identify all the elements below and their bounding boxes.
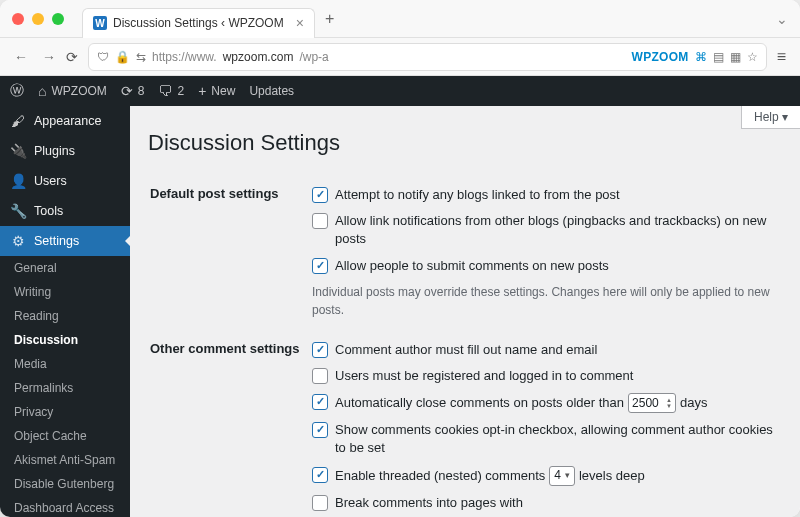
- browser-tab[interactable]: W Discussion Settings ‹ WPZOOM ×: [82, 8, 315, 38]
- spinner-icon[interactable]: ▲▼: [666, 397, 672, 409]
- window-controls: [12, 13, 64, 25]
- page-content: ⓦ ⌂WPZOOM ⟳8 🗨2 +New Updates 🖌Appearance…: [0, 76, 800, 517]
- brush-icon: 🖌: [10, 113, 26, 129]
- checkbox-notify-linked[interactable]: [312, 187, 328, 203]
- sidebar-item-appearance[interactable]: 🖌Appearance: [0, 106, 130, 136]
- sidebar-item-plugins[interactable]: 🔌Plugins: [0, 136, 130, 166]
- input-value: 2500: [632, 395, 659, 412]
- submenu-privacy[interactable]: Privacy: [0, 400, 130, 424]
- titlebar: W Discussion Settings ‹ WPZOOM × + ⌄: [0, 0, 800, 38]
- submenu-dashboard-access[interactable]: Dashboard Access: [0, 496, 130, 517]
- minimize-window-button[interactable]: [32, 13, 44, 25]
- comments-indicator[interactable]: 🗨2: [158, 83, 184, 99]
- permissions-icon: ⇆: [136, 50, 146, 64]
- refresh-icon: ⟳: [121, 83, 133, 99]
- option-label-suffix: levels deep: [579, 467, 645, 482]
- checkbox-author-name-email[interactable]: [312, 342, 328, 358]
- comments-count: 2: [177, 84, 184, 98]
- close-tab-icon[interactable]: ×: [296, 15, 304, 31]
- wrench-icon: 🔧: [10, 203, 26, 219]
- updates-indicator[interactable]: ⟳8: [121, 83, 145, 99]
- option-label: Break comments into pages with: [335, 494, 523, 512]
- browser-toolbar: ← → ⟳ 🛡 🔒 ⇆ https://www.wpzoom.com/wp-a …: [0, 38, 800, 76]
- sidebar-label: Appearance: [34, 114, 101, 128]
- sidebar-item-users[interactable]: 👤Users: [0, 166, 130, 196]
- submenu-disable-gutenberg[interactable]: Disable Gutenberg: [0, 472, 130, 496]
- submenu-permalinks[interactable]: Permalinks: [0, 376, 130, 400]
- close-days-input[interactable]: 2500▲▼: [628, 393, 676, 413]
- back-button[interactable]: ←: [14, 49, 28, 65]
- new-tab-button[interactable]: +: [325, 10, 334, 28]
- option-label: Allow link notifications from other blog…: [335, 212, 780, 248]
- reader-icon[interactable]: ▤: [713, 50, 724, 64]
- option-label: Automatically close comments on posts ol…: [335, 395, 624, 410]
- submenu-discussion[interactable]: Discussion: [0, 328, 130, 352]
- wp-admin-bar: ⓦ ⌂WPZOOM ⟳8 🗨2 +New Updates: [0, 76, 800, 106]
- submenu-akismet[interactable]: Akismet Anti-Spam: [0, 448, 130, 472]
- url-prefix: https://www.: [152, 50, 217, 64]
- checkbox-allow-comments[interactable]: [312, 258, 328, 274]
- checkbox-auto-close[interactable]: [312, 394, 328, 410]
- checkbox-allow-pingbacks[interactable]: [312, 213, 328, 229]
- option-label: Show comments cookies opt-in checkbox, a…: [335, 421, 780, 457]
- maximize-window-button[interactable]: [52, 13, 64, 25]
- checkbox-threaded[interactable]: [312, 467, 328, 483]
- checkbox-paginate[interactable]: [312, 495, 328, 511]
- thread-depth-select[interactable]: 4▾: [549, 466, 575, 486]
- settings-panel: Help ▾ Discussion Settings Default post …: [130, 106, 800, 517]
- forward-button[interactable]: →: [42, 49, 56, 65]
- site-link[interactable]: ⌂WPZOOM: [38, 83, 107, 99]
- sidebar-label: Tools: [34, 204, 63, 218]
- sidebar-label: Users: [34, 174, 67, 188]
- help-tab[interactable]: Help ▾: [741, 106, 800, 129]
- submenu-general[interactable]: General: [0, 256, 130, 280]
- submenu-writing[interactable]: Writing: [0, 280, 130, 304]
- new-label: New: [211, 84, 235, 98]
- new-content-button[interactable]: +New: [198, 83, 235, 99]
- addon-icon[interactable]: ▦: [730, 50, 741, 64]
- shield-icon: 🛡: [97, 50, 109, 64]
- checkbox-cookies-optin[interactable]: [312, 422, 328, 438]
- wp-main-area: 🖌Appearance 🔌Plugins 👤Users 🔧Tools ⚙Sett…: [0, 106, 800, 517]
- option-label: Comment author must fill out name and em…: [335, 341, 597, 359]
- sidebar-label: Plugins: [34, 144, 75, 158]
- section-header-other: Other comment settings: [150, 331, 310, 517]
- submenu-object-cache[interactable]: Object Cache: [0, 424, 130, 448]
- submenu-media[interactable]: Media: [0, 352, 130, 376]
- updates-link[interactable]: Updates: [249, 84, 294, 98]
- close-window-button[interactable]: [12, 13, 24, 25]
- sidebar-item-settings[interactable]: ⚙Settings: [0, 226, 130, 256]
- option-label: Allow people to submit comments on new p…: [335, 257, 609, 275]
- url-domain: wpzoom.com: [223, 50, 294, 64]
- tabs-overflow-icon[interactable]: ⌄: [776, 11, 788, 27]
- option-label: Users must be registered and logged in t…: [335, 367, 633, 385]
- chevron-down-icon: ▾: [565, 469, 570, 482]
- comment-icon: 🗨: [158, 83, 172, 99]
- checkbox-registered-users[interactable]: [312, 368, 328, 384]
- menu-icon[interactable]: ≡: [777, 48, 786, 66]
- admin-sidebar: 🖌Appearance 🔌Plugins 👤Users 🔧Tools ⚙Sett…: [0, 106, 130, 517]
- address-bar[interactable]: 🛡 🔒 ⇆ https://www.wpzoom.com/wp-a WPZOOM…: [88, 43, 767, 71]
- help-label: Help: [754, 110, 779, 124]
- lock-icon: 🔒: [115, 50, 130, 64]
- sidebar-item-tools[interactable]: 🔧Tools: [0, 196, 130, 226]
- submenu-reading[interactable]: Reading: [0, 304, 130, 328]
- brand-badge: WPZOOM: [632, 50, 689, 64]
- wp-logo-icon[interactable]: ⓦ: [10, 82, 24, 100]
- option-label: Attempt to notify any blogs linked to fr…: [335, 186, 620, 204]
- browser-window: W Discussion Settings ‹ WPZOOM × + ⌄ ← →…: [0, 0, 800, 517]
- reload-button[interactable]: ⟳: [66, 49, 78, 65]
- option-label: Enable threaded (nested) comments: [335, 467, 545, 482]
- page-title: Discussion Settings: [148, 130, 782, 156]
- select-value: 4: [554, 467, 561, 484]
- user-icon: 👤: [10, 173, 26, 189]
- nav-arrows: ← →: [14, 49, 56, 65]
- url-path: /wp-a: [299, 50, 328, 64]
- settings-form: Default post settings Attempt to notify …: [148, 174, 782, 517]
- plug-icon: 🔌: [10, 143, 26, 159]
- bookmark-icon[interactable]: ☆: [747, 50, 758, 64]
- sidebar-label: Settings: [34, 234, 79, 248]
- favicon-icon: W: [93, 16, 107, 30]
- updates-count: 8: [138, 84, 145, 98]
- fingerprint-icon[interactable]: ⌘: [695, 50, 707, 64]
